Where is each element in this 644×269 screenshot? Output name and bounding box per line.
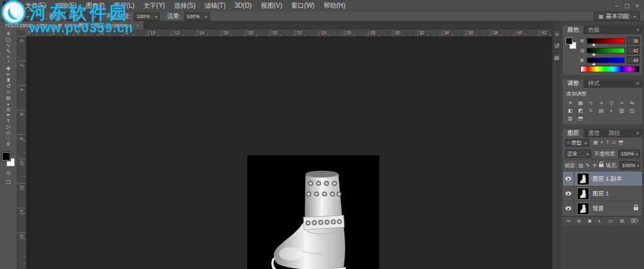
move-tool-icon[interactable]: ✛ xyxy=(1,31,17,37)
canvas-area[interactable] xyxy=(26,37,552,269)
visibility-toggle[interactable] xyxy=(563,201,574,215)
visibility-toggle[interactable] xyxy=(563,172,574,186)
visibility-toggle[interactable] xyxy=(563,186,574,201)
history-brush-tool-icon[interactable]: ↺ xyxy=(1,83,17,89)
clone-stamp-tool-icon[interactable]: ♜ xyxy=(1,77,17,83)
layer-opacity-input[interactable]: 100%▾ xyxy=(618,150,640,158)
blue-slider[interactable] xyxy=(587,57,625,63)
collapse-panels-icon[interactable]: « xyxy=(553,30,561,38)
lock-transparent-icon[interactable]: ▨ xyxy=(578,163,583,169)
adjustment-layer-icon[interactable]: ◐ xyxy=(598,217,601,226)
layer-row-copy[interactable]: 图层 1 副本 xyxy=(563,172,642,186)
tab-close-icon[interactable]: × xyxy=(136,23,139,28)
tab-styles[interactable]: 样式 xyxy=(583,79,604,88)
curves-icon[interactable]: ∿ xyxy=(586,99,596,106)
slider-thumb[interactable] xyxy=(592,63,596,65)
quick-mask-icon[interactable]: ◎ xyxy=(1,169,17,176)
blur-tool-icon[interactable]: ◒ xyxy=(1,101,17,106)
new-layer-icon[interactable]: ⊞ xyxy=(620,217,624,226)
tab-layers[interactable]: 图层 xyxy=(563,129,583,137)
flow-input[interactable]: 100%▾ xyxy=(184,12,210,21)
workspace-switcher[interactable]: ▦ 基本功能 ▾ xyxy=(594,12,640,21)
photo-filter-icon[interactable]: ◩ xyxy=(576,107,585,114)
tab-paths[interactable]: 路径 xyxy=(604,129,625,137)
menu-item[interactable]: 帮助(H) xyxy=(319,0,350,12)
screen-mode-icon[interactable]: ▢ xyxy=(1,178,17,185)
green-slider[interactable] xyxy=(587,48,625,54)
vibrance-icon[interactable]: ▽ xyxy=(607,99,616,106)
panel-menu-icon[interactable]: ≡ xyxy=(634,79,642,88)
hue-saturation-icon[interactable]: ≈ xyxy=(617,99,627,106)
delete-layer-icon[interactable]: ⌦ xyxy=(631,217,638,226)
red-slider[interactable] xyxy=(587,38,625,44)
quick-selection-tool-icon[interactable]: ✎ xyxy=(1,48,17,54)
hand-tool-icon[interactable]: ☞ xyxy=(1,135,17,141)
filter-shape-layers-icon[interactable]: ▱ xyxy=(611,139,616,146)
pen-tool-icon[interactable]: ✒ xyxy=(1,112,17,118)
menu-item[interactable]: 窗口(W) xyxy=(287,0,319,12)
menu-item[interactable]: 图像(I) xyxy=(81,0,109,12)
black-white-icon[interactable]: ◧ xyxy=(565,107,575,114)
tab-channels[interactable]: 通道 xyxy=(583,129,604,137)
menu-item[interactable]: 文字(Y) xyxy=(139,0,169,12)
gradient-map-icon[interactable]: ▨ xyxy=(565,115,575,122)
document-tab[interactable]: 7012133038_1250.jpg @ 100%(图层 1 副本, RGB/… xyxy=(0,21,144,30)
close-icon[interactable]: × xyxy=(636,0,639,12)
rectangle-tool-icon[interactable]: ▭ xyxy=(1,130,17,135)
menu-item[interactable]: 视图(V) xyxy=(256,0,287,12)
layer-thumbnail[interactable] xyxy=(577,188,589,200)
selective-color-icon[interactable]: ⬒ xyxy=(576,115,585,122)
exposure-icon[interactable]: ◑ xyxy=(596,99,606,106)
green-value[interactable]: 42 xyxy=(627,46,639,54)
panel-menu-icon[interactable]: ≡ xyxy=(634,26,642,34)
crop-tool-icon[interactable]: ⌗ xyxy=(1,54,17,60)
menu-item[interactable]: 文件(F) xyxy=(21,0,51,12)
layer-style-icon[interactable]: fx xyxy=(577,217,581,226)
tool-preset-picker[interactable]: ▾ xyxy=(3,12,14,21)
menu-item[interactable]: 3D(D) xyxy=(230,0,256,12)
layer-mask-icon[interactable]: ◙ xyxy=(588,217,591,226)
channel-mixer-icon[interactable]: ≡ xyxy=(586,107,596,114)
healing-brush-tool-icon[interactable]: ✚ xyxy=(1,66,17,72)
layer-thumbnail[interactable] xyxy=(577,173,589,185)
lasso-tool-icon[interactable]: ∿ xyxy=(1,43,17,48)
eraser-tool-icon[interactable]: ▱ xyxy=(1,89,17,95)
lock-position-icon[interactable]: ✛ xyxy=(592,163,597,169)
opacity-input[interactable]: 100%▾ xyxy=(134,12,160,21)
blue-value[interactable]: 49 xyxy=(627,56,639,64)
filter-pixel-layers-icon[interactable]: ▦ xyxy=(592,139,599,146)
marquee-tool-icon[interactable]: ▢ xyxy=(1,37,17,43)
gradient-tool-icon[interactable]: ▤ xyxy=(1,95,17,101)
new-group-icon[interactable]: ▭ xyxy=(608,217,613,226)
red-value[interactable]: 38 xyxy=(627,37,639,45)
layer-thumbnail[interactable] xyxy=(577,203,589,215)
dodge-tool-icon[interactable]: ◎ xyxy=(1,106,17,112)
history-panel-icon[interactable]: ↺ xyxy=(553,42,561,50)
type-tool-icon[interactable]: T xyxy=(1,118,17,124)
brightness-contrast-icon[interactable]: ☀ xyxy=(565,99,575,106)
panel-menu-icon[interactable]: ≡ xyxy=(634,129,642,137)
menu-item[interactable]: 选择(S) xyxy=(169,0,200,12)
path-selection-tool-icon[interactable]: ▷ xyxy=(1,124,17,130)
color-lookup-icon[interactable]: ▤ xyxy=(596,107,606,114)
zoom-tool-icon[interactable]: ⚲ xyxy=(1,141,17,147)
levels-icon[interactable]: ▦ xyxy=(576,99,585,106)
filter-smart-objects-icon[interactable]: ⬒ xyxy=(618,139,624,146)
foreground-color-swatch[interactable] xyxy=(565,37,573,45)
lock-pixels-icon[interactable]: ✎ xyxy=(585,163,591,169)
foreground-color-swatch[interactable] xyxy=(2,152,10,161)
brush-tool-icon[interactable]: ✏ xyxy=(1,72,17,77)
color-balance-icon[interactable]: ⇋ xyxy=(627,99,637,106)
link-layers-icon[interactable]: ∞ xyxy=(567,217,571,226)
background-layer-row[interactable]: 背景 xyxy=(563,201,642,216)
threshold-icon[interactable]: ◫ xyxy=(627,107,637,114)
slider-thumb[interactable] xyxy=(592,43,596,46)
eyedropper-tool-icon[interactable]: ❜ xyxy=(1,60,17,66)
tab-color[interactable]: 颜色 xyxy=(563,26,583,34)
brush-picker[interactable]: ▾ xyxy=(17,12,42,21)
slider-thumb[interactable] xyxy=(592,53,596,55)
filter-type-layers-icon[interactable]: T xyxy=(605,139,610,146)
color-spectrum-ramp[interactable] xyxy=(580,66,639,72)
menu-item[interactable]: 图层(L) xyxy=(109,0,139,12)
blend-mode-select[interactable]: 正常▾ xyxy=(66,12,99,21)
